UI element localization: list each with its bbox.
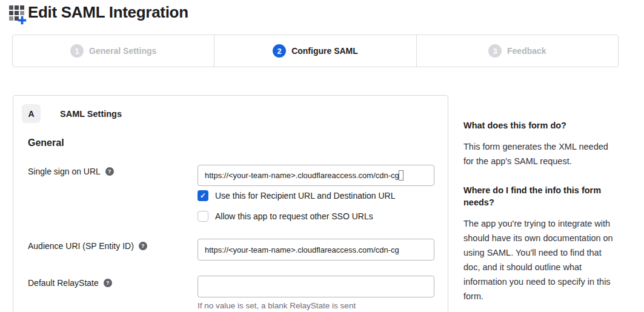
help-heading-form-purpose: What does this form do?: [463, 119, 616, 131]
wizard-step-configure-saml[interactable]: 2 Configure SAML: [214, 35, 416, 67]
text-cursor: [399, 170, 403, 181]
relay-state-label: Default RelayState: [28, 278, 99, 288]
step-number-badge: 3: [488, 44, 502, 58]
audience-uri-value: https://<your-team-name>.cloudflareacces…: [205, 245, 399, 254]
saml-settings-panel: A SAML Settings General Single sign on U…: [13, 95, 448, 312]
wizard-step-feedback[interactable]: 3 Feedback: [416, 35, 618, 67]
sso-url-value: https://<your-team-name>.cloudflareacces…: [205, 171, 399, 180]
step-label: General Settings: [89, 46, 156, 56]
audience-uri-label-row: Audience URI (SP Entity ID) ?: [28, 241, 147, 251]
help-body-find-info: The app you're trying to integrate with …: [463, 216, 616, 304]
help-icon[interactable]: ?: [105, 167, 114, 176]
sso-url-label-row: Single sign on URL ?: [28, 167, 114, 176]
other-sso-urls-checkbox-row[interactable]: Allow this app to request other SSO URLs: [198, 211, 373, 222]
step-label: Configure SAML: [291, 46, 358, 56]
help-sidebar: What does this form do? This form genera…: [463, 119, 616, 304]
step-label: Feedback: [507, 46, 546, 56]
recipient-url-checkbox-label: Use this for Recipient URL and Destinati…: [215, 191, 396, 201]
step-number-badge: 1: [70, 44, 84, 58]
sso-url-input[interactable]: https://<your-team-name>.cloudflareacces…: [198, 165, 434, 186]
help-body-form-purpose: This form generates the XML needed for t…: [463, 139, 616, 168]
other-sso-urls-checkbox-label: Allow this app to request other SSO URLs: [215, 211, 373, 221]
panel-title: SAML Settings: [60, 109, 122, 119]
audience-uri-label: Audience URI (SP Entity ID): [28, 241, 134, 251]
audience-uri-input[interactable]: https://<your-team-name>.cloudflareacces…: [198, 239, 434, 261]
general-section-title: General: [28, 138, 64, 148]
help-icon[interactable]: ?: [139, 242, 147, 250]
wizard-step-general-settings[interactable]: 1 General Settings: [13, 35, 214, 67]
step-number-badge: 2: [273, 44, 286, 58]
app-grid-plus-icon: [9, 5, 27, 25]
sso-url-label: Single sign on URL: [28, 167, 101, 176]
checkbox-unchecked-icon[interactable]: [198, 211, 208, 222]
help-heading-find-info: Where do I find the info this form needs…: [463, 184, 616, 208]
recipient-url-checkbox-row[interactable]: ✓ Use this for Recipient URL and Destina…: [198, 190, 396, 201]
step-wizard: 1 General Settings 2 Configure SAML 3 Fe…: [12, 35, 619, 67]
section-a-badge: A: [22, 104, 41, 123]
page-title: Edit SAML Integration: [28, 3, 188, 22]
relay-state-helper-text: If no value is set, a blank RelayState i…: [198, 301, 356, 310]
relay-state-label-row: Default RelayState ?: [28, 278, 112, 288]
checkbox-checked-icon[interactable]: ✓: [198, 190, 208, 201]
help-icon[interactable]: ?: [104, 279, 112, 287]
relay-state-input[interactable]: [198, 276, 434, 297]
